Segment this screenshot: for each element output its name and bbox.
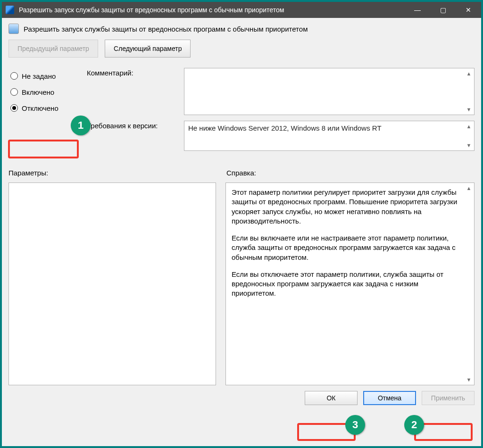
comment-textbox[interactable]: ▲ ▼ <box>184 68 475 115</box>
policy-icon <box>8 24 19 34</box>
close-button[interactable]: ✕ <box>456 2 481 18</box>
window-buttons: — ▢ ✕ <box>405 2 481 18</box>
scroll-down-icon[interactable]: ▼ <box>465 105 473 114</box>
radio-enabled[interactable]: Включено <box>8 84 84 100</box>
radio-label: Не задано <box>22 72 56 80</box>
radio-label: Отключено <box>22 104 58 112</box>
maximize-button[interactable]: ▢ <box>430 2 456 18</box>
scroll-up-icon[interactable]: ▲ <box>465 184 473 192</box>
radio-disabled[interactable]: Отключено <box>8 100 84 116</box>
annotation-badge-1: 1 <box>71 116 91 135</box>
help-paragraph: Этот параметр политики регулирует приори… <box>232 188 462 226</box>
requirements-value: Не ниже Windows Server 2012, Windows 8 и… <box>188 124 382 132</box>
annotation-badge-2: 2 <box>404 415 424 435</box>
help-paragraph: Если вы отключаете этот параметр политик… <box>232 270 462 299</box>
prev-setting-button: Предыдущий параметр <box>8 40 98 58</box>
app-icon <box>6 6 14 14</box>
ok-button[interactable]: ОК <box>305 391 358 405</box>
requirements-label: Требования к версии: <box>87 121 181 130</box>
titlebar: Разрешить запуск службы защиты от вредон… <box>2 2 481 18</box>
client-area: Разрешить запуск службы защиты от вредон… <box>2 18 481 446</box>
help-box: Этот параметр политики регулирует приори… <box>225 183 475 385</box>
help-paragraph: Если вы включаете или не настраиваете эт… <box>232 233 462 262</box>
radio-label: Включено <box>22 88 54 96</box>
minimize-button[interactable]: — <box>405 2 430 18</box>
scroll-down-icon[interactable]: ▼ <box>465 141 473 149</box>
apply-button[interactable]: Применить <box>422 391 475 405</box>
scroll-up-icon[interactable]: ▲ <box>465 69 473 78</box>
scroll-up-icon[interactable]: ▲ <box>465 122 473 131</box>
annotation-highlight-1 <box>8 140 79 158</box>
help-label: Справка: <box>226 169 475 177</box>
annotation-badge-3: 3 <box>345 415 365 435</box>
next-setting-button[interactable]: Следующий параметр <box>105 40 191 58</box>
requirements-textbox: Не ниже Windows Server 2012, Windows 8 и… <box>184 121 475 151</box>
page-title: Разрешить запуск службы защиты от вредон… <box>24 25 308 33</box>
scroll-down-icon[interactable]: ▼ <box>465 375 473 384</box>
comment-label: Комментарий: <box>87 68 181 77</box>
parameters-box <box>8 183 216 385</box>
radio-icon <box>10 72 18 80</box>
parameters-label: Параметры: <box>8 169 221 177</box>
cancel-button[interactable]: Отмена <box>363 391 416 405</box>
radio-icon <box>10 88 18 96</box>
radio-icon <box>10 104 18 112</box>
radio-not-configured[interactable]: Не задано <box>8 68 84 84</box>
window-title: Разрешить запуск службы защиты от вредон… <box>19 6 405 14</box>
